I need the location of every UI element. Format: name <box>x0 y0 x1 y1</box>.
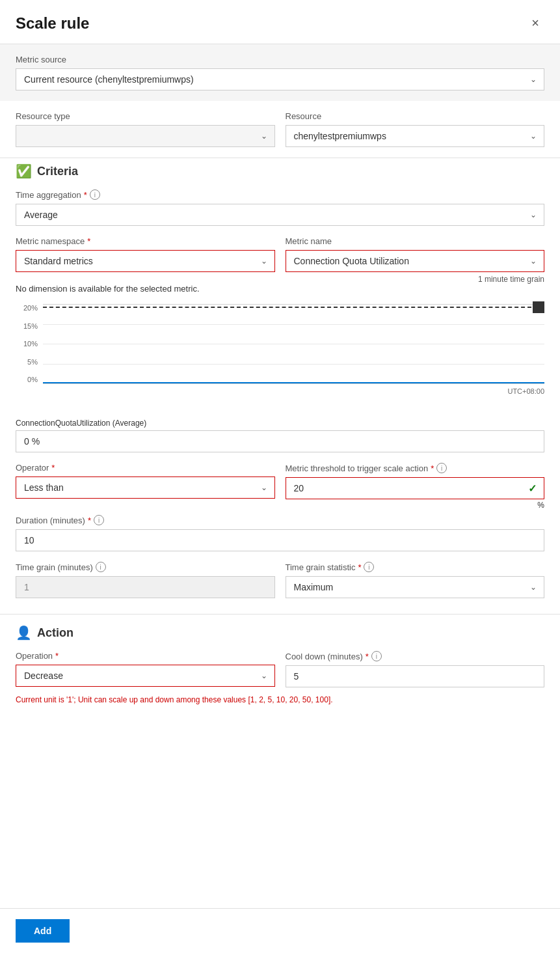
threshold-info-icon[interactable]: i <box>436 463 447 473</box>
y-label-20: 20% <box>23 304 38 312</box>
resource-row: Resource type ⌄ Resource chenyltestpremi… <box>0 101 560 158</box>
metric-namespace-required: * <box>87 236 90 246</box>
threshold-input[interactable] <box>286 477 545 499</box>
metric-source-wrapper: Current resource (chenyltestpremiumwps) … <box>16 68 544 90</box>
y-label-5: 5% <box>27 358 38 366</box>
operation-wrapper: Decrease ⌄ <box>16 665 275 687</box>
metric-namespace-field: Metric namespace * Standard metrics ⌄ <box>16 236 275 272</box>
hint-text: Current unit is '1'; Unit can scale up a… <box>16 695 544 704</box>
operation-required: * <box>55 651 59 661</box>
operator-threshold-row: Operator * Less than ⌄ Metric threshold … <box>16 463 544 510</box>
metric-value-label: ConnectionQuotaUtilization (Average) <box>16 419 544 428</box>
cool-down-input[interactable] <box>286 665 545 687</box>
duration-required: * <box>88 516 91 525</box>
operator-select[interactable]: Less than <box>16 476 275 499</box>
action-icon: 👤 <box>16 625 32 641</box>
panel-header: Scale rule × <box>0 0 560 44</box>
metric-value-input[interactable] <box>16 430 544 452</box>
threshold-input-wrapper: ✓ <box>286 477 545 499</box>
criteria-section: ✅ Criteria Time aggregation * i Average … <box>0 158 560 609</box>
grain-note: 1 minute time grain <box>16 275 544 284</box>
action-header: 👤 Action <box>16 625 544 641</box>
duration-info-icon[interactable]: i <box>94 515 104 525</box>
action-label: Action <box>37 626 73 640</box>
chart-y-axis: 20% 15% 10% 5% 0% <box>16 304 40 383</box>
y-label-0: 0% <box>27 376 38 383</box>
cool-down-info-icon[interactable]: i <box>371 651 382 661</box>
operation-field: Operation * Decrease ⌄ <box>16 651 275 687</box>
time-grain-info-icon[interactable]: i <box>96 562 106 572</box>
operator-wrapper: Less than ⌄ <box>16 476 275 499</box>
time-grain-minutes-label: Time grain (minutes) i <box>16 562 275 572</box>
grid-line-bottom <box>43 383 544 384</box>
metric-name-select[interactable]: Connection Quota Utilization <box>286 250 545 272</box>
metric-namespace-label: Metric namespace * <box>16 236 275 246</box>
threshold-dashed-line <box>43 307 531 308</box>
criteria-icon: ✅ <box>16 163 32 179</box>
metric-name-wrapper: Connection Quota Utilization ⌄ <box>286 250 545 272</box>
threshold-required: * <box>431 463 434 473</box>
metric-name-label: Metric name <box>286 236 545 246</box>
time-grain-statistic-required: * <box>358 562 361 572</box>
duration-input[interactable] <box>16 529 544 551</box>
threshold-label: Metric threshold to trigger scale action… <box>286 463 545 473</box>
metric-source-select[interactable]: Current resource (chenyltestpremiumwps) <box>16 68 544 90</box>
bottom-bar: Add <box>0 908 560 953</box>
time-grain-statistic-wrapper: Maximum ⌄ <box>286 576 545 598</box>
threshold-check-icon: ✓ <box>528 482 537 495</box>
metric-namespace-wrapper: Standard metrics ⌄ <box>16 250 275 272</box>
resource-type-wrapper: ⌄ <box>16 125 275 147</box>
threshold-field: Metric threshold to trigger scale action… <box>286 463 545 510</box>
operator-field: Operator * Less than ⌄ <box>16 463 275 499</box>
grid-line-top <box>43 304 544 305</box>
time-aggregation-select[interactable]: Average <box>16 204 544 226</box>
time-grain-row: Time grain (minutes) i Time grain statis… <box>16 562 544 598</box>
resource-type-select[interactable] <box>16 125 275 147</box>
time-grain-statistic-select[interactable]: Maximum <box>286 576 545 598</box>
metric-source-section: Metric source Current resource (chenylte… <box>0 44 560 101</box>
scale-rule-panel: Scale rule × Metric source Current resou… <box>0 0 560 953</box>
grid-line-3 <box>43 364 544 365</box>
resource-field: Resource chenyltestpremiumwps ⌄ <box>286 111 545 147</box>
time-aggregation-info-icon[interactable]: i <box>90 189 100 200</box>
time-grain-minutes-input <box>16 576 275 598</box>
criteria-header: ✅ Criteria <box>16 163 544 179</box>
resource-select[interactable]: chenyltestpremiumwps <box>286 125 545 147</box>
duration-field: Duration (minutes) * i <box>16 515 544 551</box>
y-label-10: 10% <box>23 340 38 348</box>
operation-cooldown-row: Operation * Decrease ⌄ Cool down (minute… <box>16 651 544 687</box>
time-aggregation-required: * <box>84 190 87 200</box>
cool-down-label: Cool down (minutes) * i <box>286 651 545 661</box>
resource-type-field: Resource type ⌄ <box>16 111 275 147</box>
data-line <box>43 382 544 383</box>
threshold-dragger[interactable] <box>533 301 544 313</box>
resource-two-col: Resource type ⌄ Resource chenyltestpremi… <box>16 111 544 147</box>
cool-down-required: * <box>366 652 369 661</box>
resource-type-label: Resource type <box>16 111 275 121</box>
operation-select[interactable]: Decrease <box>16 665 275 687</box>
metric-source-label: Metric source <box>16 55 544 64</box>
grid-line-2 <box>43 344 544 344</box>
percent-label: % <box>286 501 545 510</box>
operation-label: Operation * <box>16 651 275 661</box>
chart-area: 20% 15% 10% 5% 0% <box>16 304 544 395</box>
cool-down-field: Cool down (minutes) * i <box>286 651 545 687</box>
operator-label: Operator * <box>16 463 275 473</box>
metric-name-field: Metric name Connection Quota Utilization… <box>286 236 545 272</box>
panel-title: Scale rule <box>16 14 89 33</box>
operator-required: * <box>51 463 55 473</box>
time-aggregation-label: Time aggregation * i <box>16 189 544 200</box>
close-button[interactable]: × <box>526 13 544 33</box>
time-grain-statistic-info-icon[interactable]: i <box>364 562 374 572</box>
criteria-label: Criteria <box>37 165 78 178</box>
time-aggregation-wrapper: Average ⌄ <box>16 204 544 226</box>
time-grain-minutes-field: Time grain (minutes) i <box>16 562 275 598</box>
no-dimension-text: No dimension is available for the select… <box>16 284 544 294</box>
chart-plot <box>43 304 544 383</box>
grid-line-1 <box>43 324 544 325</box>
metric-namespace-name-row: Metric namespace * Standard metrics ⌄ Me… <box>16 236 544 272</box>
metric-namespace-select[interactable]: Standard metrics <box>16 250 275 272</box>
time-aggregation-field: Time aggregation * i Average ⌄ <box>16 189 544 226</box>
add-button[interactable]: Add <box>16 919 70 943</box>
y-label-15: 15% <box>23 322 38 330</box>
